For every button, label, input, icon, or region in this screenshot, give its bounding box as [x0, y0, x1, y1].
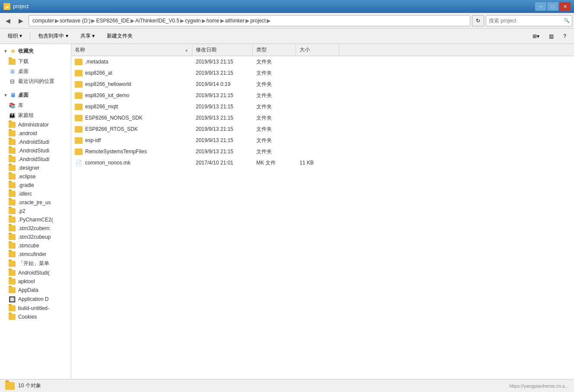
sidebar-item-build[interactable]: build-untitled- — [0, 304, 71, 313]
nav-buttons: ◀ ▶ — [2, 15, 27, 27]
file-name-cell: ESP8266_RTOS_SDK — [71, 126, 192, 133]
new-folder-button[interactable]: 新建文件夹 — [102, 30, 137, 42]
file-type-cell: 文件夹 — [253, 148, 296, 155]
file-date-cell: 2019/9/13 21:15 — [192, 104, 253, 110]
sidebar-item-androidstudio3[interactable]: .AndroidStudi — [0, 155, 71, 164]
address-path[interactable]: computer ▶ sortwave (D:) ▶ ESP8266_IDE ▶… — [29, 15, 470, 26]
col-header-size[interactable]: 大小 — [296, 44, 339, 56]
organize-button[interactable]: 组织 ▾ — [3, 30, 26, 42]
refresh-button[interactable]: ↻ — [472, 15, 484, 26]
search-input[interactable] — [486, 18, 561, 24]
minimize-button[interactable]: ─ — [535, 2, 546, 11]
sep6: ▶ — [220, 18, 224, 24]
file-name-cell: 📄common_nonos.mk — [71, 159, 192, 167]
file-name-cell: esp8266_at — [71, 70, 192, 76]
sidebar-item-recent[interactable]: ⊟ 最近访问的位置 — [0, 76, 71, 86]
window-title: project — [13, 3, 29, 9]
view-toggle-button[interactable]: ⊞▾ — [528, 30, 544, 42]
sidebar-item-androidstudio2[interactable]: .AndroidStudi — [0, 146, 71, 155]
sidebar-item-stmcube[interactable]: .stmcube — [0, 241, 71, 250]
sidebar-item-androidstudio-main[interactable]: AndroidStudi( — [0, 269, 71, 277]
sidebar-item-stm32cubem[interactable]: .stm32cubem: — [0, 224, 71, 233]
sidebar-item-label: .eclipse — [18, 174, 36, 180]
sidebar-item-android[interactable]: .android — [0, 129, 71, 138]
table-row[interactable]: .metadata2019/9/13 21:15文件夹 — [71, 56, 574, 67]
table-row[interactable]: RemoteSystemsTempFiles2019/9/13 21:15文件夹 — [71, 146, 574, 157]
sidebar-item-pycharm[interactable]: .PyCharmCE2( — [0, 215, 71, 224]
star-icon: ★ — [10, 48, 16, 55]
folder-icon — [75, 92, 83, 99]
sidebar-item-label: apktool — [18, 278, 35, 285]
sidebar-item-label: .gradle — [18, 182, 34, 188]
folder-icon — [9, 130, 16, 136]
sidebar-item-application[interactable]: 🔲 Application D — [0, 294, 71, 304]
sidebar-item-label: Cookies — [18, 314, 37, 320]
folder-icon — [75, 137, 83, 144]
sidebar-item-androidstudio1[interactable]: .AndroidStudi — [0, 138, 71, 146]
sidebar-item-downloads[interactable]: 下载 — [0, 57, 71, 66]
folder-icon — [75, 59, 83, 65]
table-row[interactable]: 📄common_nonos.mk2017/4/10 21:01MK 文件11 K… — [71, 157, 574, 168]
file-type-cell: 文件夹 — [253, 126, 296, 133]
table-row[interactable]: esp8266_iot_demo2019/9/13 21:15文件夹 — [71, 90, 574, 101]
desktop-section-header[interactable]: ▼ 🖥 桌面 — [0, 90, 71, 101]
sidebar-item-designer[interactable]: .designer — [0, 164, 71, 172]
sidebar-item-label: .android — [18, 130, 37, 136]
file-name: ESP8266_RTOS_SDK — [85, 126, 138, 132]
sort-arrow: ▲ — [185, 48, 188, 52]
sidebar-item-startmenu[interactable]: 「开始」菜单 — [0, 259, 71, 269]
include-library-button[interactable]: 包含到库中 ▾ — [34, 30, 72, 42]
sidebar-item-stmcufinder[interactable]: .stmcufinder — [0, 250, 71, 259]
table-row[interactable]: ESP8266_RTOS_SDK2019/9/13 21:15文件夹 — [71, 123, 574, 135]
sidebar-item-desktop[interactable]: 🖥 桌面 — [0, 66, 71, 76]
favorites-chevron: ▼ — [3, 49, 8, 54]
file-name-cell: esp8266_mqtt — [71, 104, 192, 110]
file-date-cell: 2019/9/13 21:15 — [192, 92, 253, 98]
table-row[interactable]: ESP8266_NONOS_SDK2019/9/13 21:15文件夹 — [71, 112, 574, 123]
sidebar-item-homegroup[interactable]: 👪 家庭组 — [0, 111, 71, 120]
sidebar-item-apktool[interactable]: apktool — [0, 277, 71, 286]
col-header-date[interactable]: 修改日期 — [192, 44, 253, 56]
close-button[interactable]: ✕ — [559, 2, 571, 11]
sidebar-item-label: build-untitled- — [18, 305, 49, 311]
preview-pane-button[interactable]: ▥ — [545, 30, 558, 42]
file-size-cell: 11 KB — [296, 160, 339, 166]
table-row[interactable]: esp8266_helloworld2019/9/14 0:19文件夹 — [71, 79, 574, 90]
folder-icon — [9, 225, 16, 231]
col-header-type[interactable]: 类型 — [253, 44, 296, 56]
application-icon: 🔲 — [9, 296, 16, 303]
sidebar-item-administrator[interactable]: Administrator — [0, 120, 71, 129]
favorites-label: 收藏夹 — [18, 47, 34, 55]
help-button[interactable]: ? — [559, 30, 571, 42]
maximize-button[interactable]: □ — [547, 2, 558, 11]
sidebar-item-label: .PyCharmCE2( — [18, 217, 53, 223]
sidebar-item-label: 家庭组 — [18, 112, 34, 119]
file-date-cell: 2019/9/13 21:15 — [192, 70, 253, 76]
table-row[interactable]: esp8266_at2019/9/13 21:15文件夹 — [71, 67, 574, 79]
sidebar-item-idlerc[interactable]: .idlerc — [0, 190, 71, 198]
share-button[interactable]: 共享 ▾ — [76, 30, 99, 42]
table-row[interactable]: esp-idf2019/9/13 21:15文件夹 — [71, 135, 574, 146]
col-header-name[interactable]: 名称 ▲ — [71, 44, 192, 56]
sidebar-item-oracle[interactable]: .oracle_jre_us — [0, 198, 71, 207]
sidebar-item-appdata[interactable]: AppData — [0, 286, 71, 294]
sidebar-item-p2[interactable]: .p2 — [0, 207, 71, 215]
table-row[interactable]: esp8266_mqtt2019/9/13 21:15文件夹 — [71, 101, 574, 112]
search-button[interactable]: 🔍 — [561, 16, 572, 26]
path-aithinker: AiThinkerIDE_V0.5 — [135, 18, 179, 24]
status-bar: 10 个对象 — [0, 379, 574, 392]
sidebar-item-stm32cubeup[interactable]: .stm32cubeup — [0, 233, 71, 241]
sidebar-item-cookies[interactable]: Cookies — [0, 313, 71, 321]
folder-icon — [9, 199, 16, 205]
file-name-cell: esp8266_helloworld — [71, 81, 192, 88]
sidebar-item-label: .designer — [18, 165, 39, 171]
favorites-header[interactable]: ▼ ★ 收藏夹 — [0, 46, 71, 57]
back-button[interactable]: ◀ — [2, 15, 14, 27]
sidebar-item-gradle[interactable]: .gradle — [0, 181, 71, 190]
sidebar-item-eclipse[interactable]: .eclipse — [0, 172, 71, 181]
sidebar-item-library[interactable]: 📚 库 — [0, 101, 71, 111]
forward-button[interactable]: ▶ — [15, 15, 27, 27]
path-aithinker2: aithinker — [225, 18, 245, 24]
col-name-label: 名称 — [75, 46, 85, 54]
watermark: https://yangpianheros.cn.s... — [509, 383, 569, 389]
